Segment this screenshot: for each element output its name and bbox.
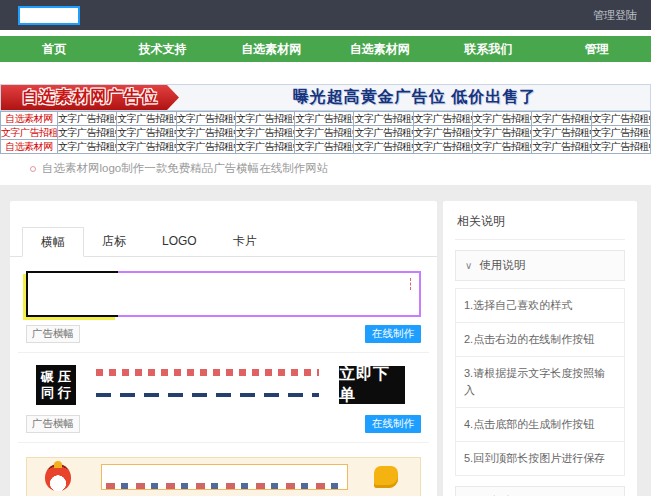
- text-ad-slot[interactable]: 文字广告招租中: [413, 140, 472, 154]
- clipped-red-text: [96, 369, 319, 376]
- sidebar-list-item: 4.点击底部的生成制作按钮: [456, 408, 624, 442]
- chevron-down-icon: ∨: [465, 260, 472, 271]
- text-ad-slot[interactable]: 文字广告招租中: [176, 140, 235, 154]
- templates-panel: 横幅店标LOGO卡片 广告横幅 在线制作 碾压 同行 立即下: [10, 201, 437, 496]
- text-ad-slot[interactable]: 文字广告招租中: [532, 126, 591, 140]
- info-sidebar: 相关说明 ∨使用说明1.选择自己喜欢的样式2.点击右边的在线制作按钮3.请根据提…: [443, 201, 637, 496]
- text-ad-slot[interactable]: 文字广告招租中: [591, 112, 650, 126]
- text-ad-row: 自选素材网文字广告招租中文字广告招租中文字广告招租中文字广告招租中文字广告招租中…: [1, 140, 651, 154]
- sidebar-section-header-1[interactable]: ∨使用说明: [455, 250, 625, 281]
- sidebar-list-item: 2.点击右边的在线制作按钮: [456, 323, 624, 357]
- site-logo[interactable]: [18, 6, 80, 25]
- breadcrumb-dot-icon: [30, 166, 36, 172]
- sidebar-title: 相关说明: [455, 211, 625, 240]
- sidebar-list-item: 3.请根据提示文字长度按照输入: [456, 357, 624, 408]
- tab-LOGO[interactable]: LOGO: [144, 227, 215, 256]
- admin-login-link[interactable]: 管理登陆: [593, 8, 637, 23]
- text-ad-slot[interactable]: 文字广告招租中: [117, 112, 176, 126]
- banner1-logo-frame: [26, 271, 118, 317]
- sidebar-sections: ∨使用说明1.选择自己喜欢的样式2.点击右边的在线制作按钮3.请根据提示文字长度…: [455, 250, 625, 496]
- text-ad-row: 文字广告招租中文字广告招租中文字广告招租中文字广告招租中文字广告招租中文字广告招…: [1, 126, 651, 140]
- nav-item-6[interactable]: 管理: [543, 36, 651, 62]
- text-ad-slot[interactable]: 文字广告招租中: [473, 140, 532, 154]
- banner-preview-3[interactable]: [26, 457, 421, 496]
- text-ad-slot[interactable]: 文字广告招租中: [295, 112, 354, 126]
- text-ad-slot[interactable]: 文字广告招租中: [58, 140, 117, 154]
- sidebar-list-item: 5.回到顶部长按图片进行保存: [456, 442, 624, 475]
- banner2-logo-line1: 碾压: [41, 369, 75, 385]
- text-ad-slot[interactable]: 文字广告招租中: [354, 140, 413, 154]
- banner1-dashed-mark: [410, 278, 411, 290]
- text-ad-slot[interactable]: 文字广告招租中: [413, 112, 472, 126]
- tab-卡片[interactable]: 卡片: [215, 227, 275, 256]
- text-ad-row-label[interactable]: 自选素材网: [1, 112, 58, 126]
- text-ads-table: 自选素材网文字广告招租中文字广告招租中文字广告招租中文字广告招租中文字广告招租中…: [0, 111, 651, 154]
- text-ad-slot[interactable]: 文字广告招租中: [58, 112, 117, 126]
- text-ad-slot[interactable]: 文字广告招租中: [532, 140, 591, 154]
- text-ad-slot[interactable]: 文字广告招租中: [117, 140, 176, 154]
- make-online-button[interactable]: 在线制作: [365, 415, 421, 433]
- template-tabs: 横幅店标LOGO卡片: [10, 227, 437, 257]
- order-now-box: 立即下单: [339, 366, 405, 404]
- text-ad-slot[interactable]: 文字广告招租中: [117, 126, 176, 140]
- text-ad-slot[interactable]: 文字广告招租中: [354, 126, 413, 140]
- text-ad-slot[interactable]: 文字广告招租中: [354, 112, 413, 126]
- banner2-clipped-text: [96, 366, 319, 404]
- top-header-bar: 管理登陆: [0, 0, 651, 30]
- main-nav: 首页技术支持自选素材网自选素材网联系我们管理: [0, 36, 651, 62]
- preview-tag: 广告横幅: [26, 415, 80, 433]
- banner3-text-box: [101, 464, 348, 490]
- promo-ribbon: 自选素材网广告位: [1, 85, 179, 110]
- nav-item-3[interactable]: 自选素材网: [217, 36, 326, 62]
- banner2-black-logo: 碾压 同行: [36, 365, 76, 405]
- previews-list: 广告横幅 在线制作 碾压 同行 立即下单 广告横幅 在线制作: [10, 271, 437, 496]
- nav-item-2[interactable]: 技术支持: [109, 36, 218, 62]
- banner-preview-1[interactable]: [26, 271, 421, 317]
- sidebar-section-header-2[interactable]: ∨版权声明: [455, 486, 625, 496]
- mascot-icon: [45, 464, 71, 491]
- tab-店标[interactable]: 店标: [84, 227, 144, 256]
- preview-tag: 广告横幅: [26, 325, 80, 343]
- text-ad-row: 自选素材网文字广告招租中文字广告招租中文字广告招租中文字广告招租中文字广告招租中…: [1, 112, 651, 126]
- nav-item-4[interactable]: 自选素材网: [326, 36, 435, 62]
- upper-section: 管理登陆 首页技术支持自选素材网自选素材网联系我们管理 自选素材网广告位 曝光超…: [0, 0, 651, 185]
- content-area: 横幅店标LOGO卡片 广告横幅 在线制作 碾压 同行 立即下: [0, 185, 651, 496]
- divider: [18, 352, 429, 353]
- sidebar-section-title: 使用说明: [479, 259, 525, 271]
- text-ad-slot[interactable]: 文字广告招租中: [176, 126, 235, 140]
- text-ad-slot[interactable]: 文字广告招租中: [295, 140, 354, 154]
- banner2-logo-line2: 同行: [41, 385, 75, 401]
- text-ad-slot[interactable]: 文字广告招租中: [473, 112, 532, 126]
- tab-横幅[interactable]: 横幅: [22, 227, 84, 257]
- nav-item-1[interactable]: 首页: [0, 36, 109, 62]
- text-ad-slot[interactable]: 文字广告招租中: [235, 140, 294, 154]
- text-ad-row-label[interactable]: 文字广告招租中: [1, 126, 58, 140]
- breadcrumb: 自选素材网logo制作一款免费精品广告横幅在线制作网站: [0, 154, 651, 185]
- text-ad-slot[interactable]: 文字广告招租中: [295, 126, 354, 140]
- clipped-mixed-text: [106, 483, 343, 489]
- text-ad-slot[interactable]: 文字广告招租中: [58, 126, 117, 140]
- banner-preview-2[interactable]: 碾压 同行 立即下单: [26, 363, 421, 407]
- text-ad-slot[interactable]: 文字广告招租中: [413, 126, 472, 140]
- breadcrumb-text: 自选素材网logo制作一款免费精品广告横幅在线制作网站: [42, 161, 328, 176]
- text-ad-slot[interactable]: 文字广告招租中: [473, 126, 532, 140]
- promo-headline: 曝光超高黄金广告位 低价出售了: [179, 85, 650, 110]
- promo-ad-banner[interactable]: 自选素材网广告位 曝光超高黄金广告位 低价出售了: [0, 84, 651, 111]
- text-ad-slot[interactable]: 文字广告招租中: [591, 126, 650, 140]
- text-ad-slot[interactable]: 文字广告招租中: [591, 140, 650, 154]
- text-ad-slot[interactable]: 文字广告招租中: [235, 126, 294, 140]
- make-online-button[interactable]: 在线制作: [365, 325, 421, 343]
- text-ad-slot[interactable]: 文字广告招租中: [532, 112, 591, 126]
- thumb-icon: [374, 466, 398, 488]
- sidebar-section-list: 1.选择自己喜欢的样式2.点击右边的在线制作按钮3.请根据提示文字长度按照输入4…: [455, 288, 625, 476]
- text-ad-row-label[interactable]: 自选素材网: [1, 140, 58, 154]
- nav-item-5[interactable]: 联系我们: [434, 36, 543, 62]
- text-ad-slot[interactable]: 文字广告招租中: [235, 112, 294, 126]
- clipped-blue-text: [96, 393, 319, 397]
- text-ad-slot[interactable]: 文字广告招租中: [176, 112, 235, 126]
- divider: [18, 442, 429, 443]
- sidebar-list-item: 1.选择自己喜欢的样式: [456, 289, 624, 323]
